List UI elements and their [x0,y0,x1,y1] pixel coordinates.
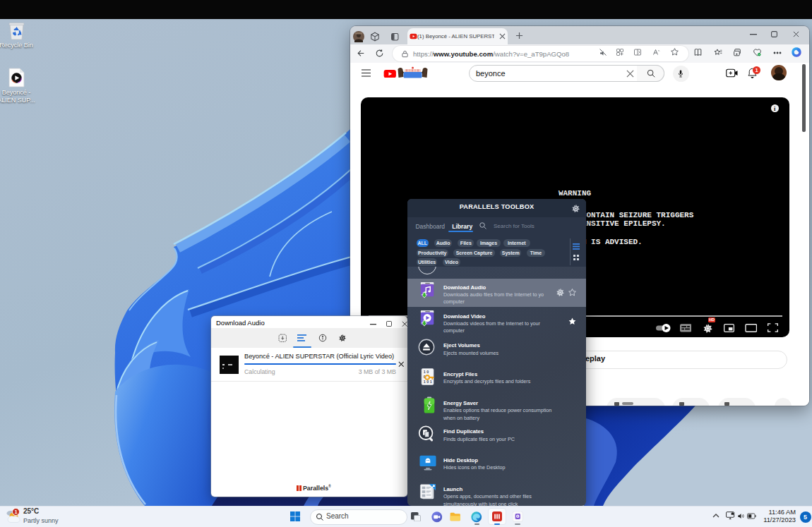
svg-text:1 0 1: 1 0 1 [424,380,432,384]
svg-text:1 0: 1 0 [424,370,429,374]
